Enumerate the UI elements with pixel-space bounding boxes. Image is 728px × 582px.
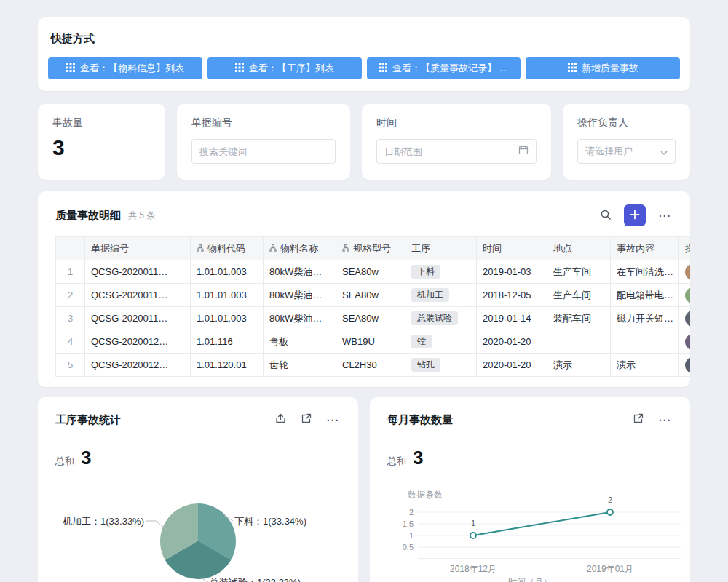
avatar — [685, 264, 690, 280]
table-title: 质量事故明细 — [55, 209, 121, 223]
calendar-icon — [518, 145, 529, 158]
pie-card-header: 工序事故统计 ⋯ — [38, 397, 358, 428]
column-header-place[interactable]: 地点 — [547, 237, 611, 260]
cell-process: 下料 — [405, 260, 477, 284]
table-header-bar: 质量事故明细 共 5 条 ⋯ — [38, 204, 690, 236]
open-fullscreen-button[interactable] — [299, 412, 313, 428]
operator-select-placeholder: 请选择用户 — [585, 145, 654, 158]
grid-icon — [379, 63, 387, 74]
column-header-doc[interactable]: 单据编号 — [85, 237, 191, 260]
y-tick-label: 2 — [409, 508, 414, 517]
pie-label-blanking: 下料：1(33.34%) — [234, 515, 306, 528]
table-more-button[interactable]: ⋯ — [657, 208, 673, 223]
column-header-time[interactable]: 时间 — [477, 237, 547, 260]
search-icon — [600, 209, 612, 223]
plus-icon — [630, 210, 640, 222]
shortcut-view-process-list-button[interactable]: 查看：【工序】列表 — [207, 57, 362, 79]
column-header-process[interactable]: 工序 — [405, 237, 477, 260]
x-axis-title: 时间（月） — [508, 576, 552, 582]
shortcut-view-material-list-button[interactable]: 查看：【物料信息】列表 — [48, 57, 202, 79]
pie-total-label: 总和 — [55, 455, 74, 468]
pie-total-row: 总和 3 — [38, 428, 358, 469]
date-range-input-wrap[interactable] — [376, 139, 537, 164]
pie-more-button[interactable]: ⋯ — [325, 412, 341, 428]
column-header-index — [56, 237, 85, 260]
accident-table: 单据编号 物料代码 物料名称 规格型号 工序 时间 地点 事故内容 操作负责人 … — [55, 236, 690, 377]
table-toolbar: ⋯ — [598, 204, 673, 226]
cell-spec: SEA80w — [336, 260, 405, 284]
pie-label-machining: 机加工：1(33.33%) — [48, 515, 144, 528]
shortcut-button-row: 查看：【物料信息】列表 查看：【工序】列表 查看：【质量事故记录】 … 新增质量… — [48, 57, 680, 79]
operator-select[interactable]: 请选择用户 — [577, 139, 676, 164]
y-tick-label: 1.5 — [403, 519, 414, 528]
line-card-header: 每月事故数量 ⋯ — [370, 397, 690, 428]
line-total-value: 3 — [413, 447, 423, 469]
table-row[interactable]: 2 QCSG-2020011… 1.01.01.003 80kW柴油… SEA8… — [56, 284, 691, 307]
cell-material-name: 80kW柴油… — [264, 307, 336, 330]
y-tick-label: 0.5 — [403, 543, 414, 551]
operator-label: 操作负责人 — [577, 116, 676, 129]
more-icon: ⋯ — [658, 210, 671, 222]
line-more-button[interactable]: ⋯ — [657, 412, 673, 428]
column-header-spec[interactable]: 规格型号 — [336, 237, 405, 260]
cell-time: 2020-01-20 — [477, 354, 547, 377]
table-scroll-area[interactable]: 单据编号 物料代码 物料名称 规格型号 工序 时间 地点 事故内容 操作负责人 … — [55, 236, 690, 377]
column-header-content[interactable]: 事故内容 — [611, 237, 679, 260]
shortcut-button-label: 新增质量事故 — [582, 62, 638, 75]
table-row[interactable]: 1 QCSG-2020011… 1.01.01.003 80kW柴油… SEA8… — [56, 260, 691, 284]
accident-detail-table-card: 质量事故明细 共 5 条 ⋯ 单据编号 物料代码 物料名称 — [38, 191, 690, 387]
table-header-row: 单据编号 物料代码 物料名称 规格型号 工序 时间 地点 事故内容 操作负责人 — [56, 237, 691, 260]
cell-place — [547, 330, 611, 354]
cell-content: 在车间清洗… — [611, 260, 679, 284]
cell-content — [611, 330, 679, 354]
y-tick-label: 1 — [409, 531, 414, 540]
cell-content: 磁力开关短… — [611, 307, 679, 330]
cell-time: 2018-12-05 — [477, 284, 547, 307]
add-record-button[interactable] — [624, 204, 646, 226]
cell-process: 钻孔 — [405, 354, 477, 377]
shortcut-button-label: 查看：【工序】列表 — [249, 62, 334, 75]
row-index: 3 — [56, 307, 85, 330]
cell-doc: QCSG-2020012… — [85, 354, 191, 377]
more-icon: ⋯ — [658, 414, 671, 426]
x-tick-label: 2019年01月 — [587, 564, 633, 574]
table-row[interactable]: 5 QCSG-2020012… 1.01.120.01 齿轮 CL2H30 钻孔… — [56, 354, 691, 377]
process-tag: 总装试验 — [411, 311, 458, 326]
line-point[interactable] — [607, 509, 613, 515]
line-chart: 2 1.5 1 0.5 1 2 2018年12月 2019年01月 — [395, 496, 689, 582]
accident-count-label: 事故量 — [52, 116, 151, 129]
chevron-down-icon — [660, 145, 668, 158]
cell-material-name: 弯板 — [264, 330, 336, 354]
cell-time: 2020-01-20 — [477, 330, 547, 354]
cell-operator — [679, 330, 691, 354]
line-total-row: 总和 3 — [370, 428, 690, 469]
cell-spec: WB19U — [336, 330, 405, 354]
open-fullscreen-button[interactable] — [631, 412, 645, 428]
search-button[interactable] — [598, 207, 613, 224]
line-point[interactable] — [470, 533, 476, 538]
cell-time: 2019-01-03 — [477, 260, 547, 284]
cell-doc: QCSG-2020012… — [85, 330, 191, 354]
cell-material-name: 80kW柴油… — [264, 260, 336, 284]
cell-content: 配电箱带电… — [611, 284, 679, 307]
column-header-operator[interactable]: 操作负责人 — [679, 237, 691, 260]
charts-row: 工序事故统计 ⋯ 总和 3 机加工：1(33.33%) 下 — [38, 397, 690, 582]
open-in-new-icon — [301, 413, 312, 426]
doc-number-search-input[interactable] — [199, 146, 328, 157]
column-header-material-name[interactable]: 物料名称 — [264, 237, 336, 260]
x-tick-label: 2018年12月 — [450, 564, 496, 574]
pie-chart[interactable] — [160, 503, 236, 579]
table-row[interactable]: 4 QCSG-2020012… 1.01.116 弯板 WB19U 镗 2020… — [56, 330, 691, 354]
shortcut-button-label: 查看：【物料信息】列表 — [80, 62, 184, 75]
doc-number-filter-card: 单据编号 — [177, 104, 350, 180]
accident-count-card: 事故量 3 — [38, 104, 165, 180]
row-index: 5 — [56, 354, 85, 377]
table-row[interactable]: 3 QCSG-2020011… 1.01.01.003 80kW柴油… SEA8… — [56, 307, 691, 330]
shortcut-view-quality-record-list-button[interactable]: 查看：【质量事故记录】 … — [367, 57, 521, 79]
shortcut-add-quality-accident-button[interactable]: 新增质量事故 — [526, 57, 680, 79]
doc-number-input-wrap[interactable] — [191, 139, 336, 164]
date-range-input[interactable] — [384, 146, 513, 157]
column-header-material-code[interactable]: 物料代码 — [191, 237, 264, 260]
cell-place: 生产车间 — [547, 260, 611, 284]
export-button[interactable] — [274, 412, 288, 428]
